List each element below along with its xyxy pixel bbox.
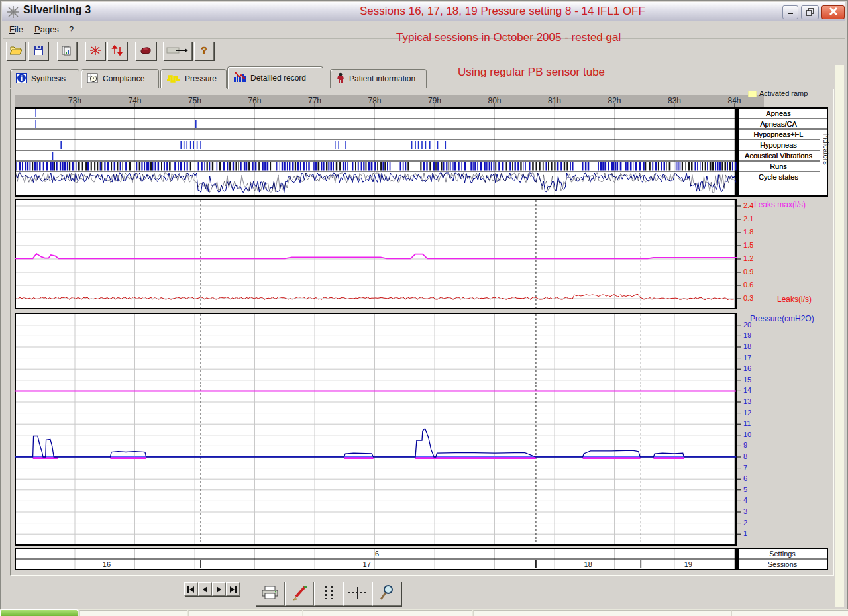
export-data-button[interactable] bbox=[163, 42, 192, 60]
window-title: Silverlining 3 bbox=[23, 4, 91, 16]
info-icon bbox=[16, 73, 27, 85]
tab-compliance[interactable]: Compliance bbox=[81, 69, 159, 88]
pressure-tick-label: 10 bbox=[743, 431, 751, 438]
dial-modem-button[interactable] bbox=[135, 42, 156, 60]
nav-last-button[interactable] bbox=[226, 582, 240, 596]
tab-pressure[interactable]: Pressure bbox=[160, 69, 227, 88]
time-axis-label: 78h bbox=[362, 96, 388, 105]
edit-pencil-button[interactable] bbox=[285, 582, 314, 606]
tab-label: Pressure bbox=[185, 74, 217, 83]
tab-label: Patient information bbox=[349, 74, 415, 83]
session-number: 18 bbox=[578, 560, 598, 568]
menu-help[interactable]: ? bbox=[66, 24, 76, 35]
export-arrow-icon bbox=[166, 45, 189, 58]
taskbar-item[interactable] bbox=[473, 610, 731, 616]
close-button[interactable] bbox=[822, 5, 845, 19]
restore-button[interactable] bbox=[801, 5, 819, 19]
app-icon bbox=[7, 5, 20, 21]
help-button[interactable]: ? bbox=[194, 42, 214, 60]
leaks-tick-label: 1.5 bbox=[743, 241, 753, 249]
time-axis-label: 81h bbox=[541, 96, 568, 105]
svg-text:?: ? bbox=[201, 44, 207, 56]
leaks-tick-label: 0.6 bbox=[743, 281, 753, 289]
session-number: 17 bbox=[357, 560, 377, 568]
leaks-tick-label: 1.2 bbox=[743, 254, 753, 262]
magnifier-icon bbox=[378, 584, 396, 603]
pressure-tick-label: 9 bbox=[743, 441, 747, 449]
nav-next-button[interactable] bbox=[212, 582, 226, 596]
pressure-tick-label: 19 bbox=[743, 331, 751, 339]
taskbar-start-button[interactable] bbox=[0, 609, 78, 616]
pressure-tick-label: 1 bbox=[743, 529, 747, 537]
bars-icon bbox=[233, 72, 246, 85]
leaks-tick-label: 1.8 bbox=[743, 228, 753, 236]
time-axis-label: 82h bbox=[602, 96, 628, 105]
pressure-tick-label: 11 bbox=[743, 419, 751, 427]
window-edge-strip bbox=[835, 65, 844, 607]
leaks-axis-title: Leaks(l/s) bbox=[777, 295, 812, 304]
tab-label: Compliance bbox=[103, 74, 144, 83]
pressure-axis-title: Pressure(cmH2O) bbox=[750, 314, 814, 323]
taskbar-item[interactable] bbox=[80, 610, 187, 616]
compress-scale-button[interactable] bbox=[107, 42, 127, 60]
titlebar[interactable]: Silverlining 3 Sessions 16, 17, 18, 19 P… bbox=[2, 2, 845, 21]
tab-patient-information[interactable]: Patient information bbox=[330, 69, 427, 88]
pressure-tick-label: 13 bbox=[743, 397, 751, 405]
save-button[interactable] bbox=[28, 42, 48, 60]
settings-value: 6 bbox=[367, 550, 387, 558]
leaks-tick-label: 0.9 bbox=[743, 268, 753, 276]
tab-detailled-record[interactable]: Detailled record bbox=[227, 66, 323, 89]
crosshair-button[interactable] bbox=[343, 582, 372, 606]
nav-previous-button[interactable] bbox=[198, 582, 212, 596]
subtitle-note: Typical sessions in October 2005 - reste… bbox=[396, 31, 621, 44]
time-axis-label: 80h bbox=[482, 96, 508, 105]
main-panel bbox=[10, 89, 834, 576]
leaks-tick-label: 2.1 bbox=[743, 215, 753, 223]
time-axis-label: 83h bbox=[661, 96, 688, 105]
indicator-row-label: Apneas/CA bbox=[739, 120, 818, 128]
crosshair-icon bbox=[348, 585, 368, 603]
taskbar-item[interactable] bbox=[303, 610, 472, 616]
menu-pages[interactable]: Pages bbox=[32, 24, 62, 35]
time-axis-label: 74h bbox=[122, 96, 148, 105]
pressure-tick-label: 17 bbox=[743, 354, 751, 362]
session-number: 19 bbox=[678, 560, 698, 568]
indicator-row-label: Hypopneas+FL bbox=[739, 130, 818, 138]
taskbar-item[interactable] bbox=[188, 610, 302, 616]
indicator-row-label: Acoustical Vibrations bbox=[739, 152, 818, 160]
clock-icon bbox=[87, 73, 99, 85]
printer-icon bbox=[261, 585, 280, 603]
leaks-tick-label: 2.4 bbox=[743, 201, 753, 209]
report-button[interactable] bbox=[57, 42, 77, 60]
leaks-max-axis-title: Leaks max(l/s) bbox=[754, 200, 806, 209]
sessions-row-label: Sessions bbox=[739, 560, 825, 568]
menu-file[interactable]: File bbox=[7, 24, 26, 35]
pressure-tick-label: 7 bbox=[743, 464, 747, 472]
nav-first-button[interactable] bbox=[184, 582, 198, 596]
print-button[interactable] bbox=[256, 582, 285, 606]
time-axis-label: 75h bbox=[182, 96, 208, 105]
vertical-grid-button[interactable] bbox=[314, 582, 343, 606]
open-folder-icon bbox=[9, 45, 23, 58]
pressure-tick-label: 8 bbox=[743, 452, 747, 460]
open-file-button[interactable] bbox=[6, 42, 26, 60]
pressure-tick-label: 3 bbox=[743, 507, 747, 515]
question-mark-icon: ? bbox=[199, 44, 209, 58]
report-pages-icon bbox=[61, 45, 73, 58]
modem-icon bbox=[139, 45, 152, 58]
red-burst-icon bbox=[89, 45, 101, 58]
time-axis-label: 76h bbox=[242, 96, 268, 105]
pressure-tick-label: 18 bbox=[743, 342, 751, 350]
event-marks-button[interactable] bbox=[85, 42, 105, 60]
activated-ramp-swatch bbox=[748, 91, 757, 97]
zoom-button[interactable] bbox=[372, 582, 401, 606]
taskbar-item[interactable] bbox=[731, 610, 848, 616]
time-axis-label: 77h bbox=[301, 96, 328, 105]
settings-row-label: Settings bbox=[739, 550, 825, 558]
wave-icon bbox=[166, 74, 181, 85]
red-arrows-icon bbox=[111, 45, 123, 58]
indicator-row-label: Runs bbox=[739, 162, 818, 170]
tab-synthesis[interactable]: Synthesis bbox=[10, 69, 80, 88]
pressure-tick-label: 5 bbox=[743, 486, 747, 493]
minimize-button[interactable] bbox=[782, 5, 798, 19]
